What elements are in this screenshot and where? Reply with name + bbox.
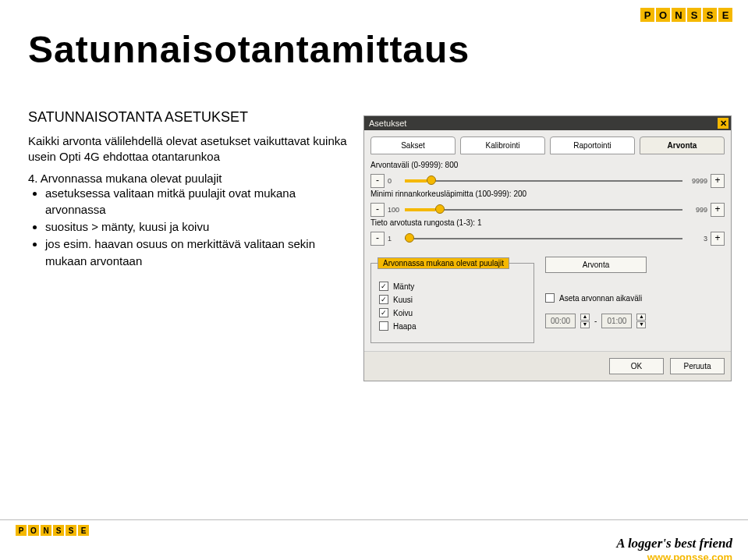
spin-down-icon[interactable]: ▼ (580, 321, 590, 328)
panel-titlebar: Asetukset ✕ (364, 116, 731, 130)
ok-button[interactable]: OK (609, 358, 664, 374)
plus-button[interactable]: + (711, 232, 725, 246)
slider-thumb[interactable] (405, 233, 414, 243)
time-to-field[interactable]: 01:00 (601, 314, 632, 328)
logo-letter: E (78, 525, 89, 536)
bullet: suositus > mänty, kuusi ja koivu (45, 218, 348, 236)
tab-bar: Sakset Kalibrointi Raportointi Arvonta (364, 130, 731, 158)
logo-letter: O (656, 8, 670, 22)
panel-title: Asetukset (369, 119, 406, 128)
page-title: Satunnaisotantamittaus (28, 28, 470, 71)
bullet: asetuksessa valitaan mitkä puulajit ovat… (45, 185, 348, 219)
spin-up-icon[interactable]: ▲ (636, 314, 646, 321)
interval-label: Aseta arvonnan aikaväli (559, 294, 642, 303)
slider-label: Minimi rinnankorkeusläpimitta (100-999):… (370, 190, 725, 198)
ponsse-logo-top: P O N S S E (640, 8, 732, 22)
slider-track[interactable] (405, 232, 682, 246)
arvonta-button[interactable]: Arvonta (545, 257, 647, 273)
species-row-haapa: Haapa (379, 321, 526, 331)
checkbox[interactable] (379, 321, 388, 331)
logo-letter: S (66, 525, 76, 536)
species-row-kuusi: ✓ Kuusi (379, 295, 526, 304)
slider-label: Arvontaväli (0-9999): 800 (370, 161, 725, 169)
logo-letter: P (16, 525, 27, 536)
checkbox[interactable]: ✓ (379, 282, 388, 291)
bullet: jos esim. haavan osuus on merkittävä val… (45, 236, 348, 270)
slider-min: 1 (388, 235, 402, 243)
time-from-field[interactable]: 00:00 (545, 314, 576, 328)
logo-letter: S (53, 525, 64, 536)
logo-letter: S (703, 8, 717, 22)
minus-button[interactable]: - (370, 203, 385, 217)
minus-button[interactable]: - (370, 174, 385, 188)
section-subhead: SATUNNAISOTANTA ASETUKSET (28, 109, 348, 126)
species-label: Koivu (393, 309, 413, 317)
slider-thumb[interactable] (427, 175, 436, 185)
slider-max: 3 (686, 235, 707, 243)
close-icon[interactable]: ✕ (718, 118, 729, 129)
panel-footer: OK Peruuta (364, 351, 731, 381)
logo-letter: N (672, 8, 686, 22)
spin-up-icon[interactable]: ▲ (580, 314, 590, 321)
item4-heading: 4. Arvonnassa mukana olevat puulajit (28, 172, 348, 185)
footer-url: www.ponsse.com (616, 551, 732, 560)
species-label: Haapa (393, 322, 416, 331)
species-label: Mänty (393, 282, 414, 291)
tagline: A logger's best friend (616, 536, 732, 551)
tab-arvonta[interactable]: Arvonta (640, 136, 725, 154)
slider-max: 999 (686, 206, 707, 214)
checkbox[interactable]: ✓ (379, 295, 388, 304)
species-row-manty: ✓ Mänty (379, 282, 526, 291)
group-legend: Arvonnassa mukana olevat puulajit (378, 257, 509, 269)
slide-footer: P O N S S E A logger's best friend www.p… (0, 519, 748, 554)
slider-label: Tieto arvotusta rungosta (1-3): 1 (370, 218, 725, 227)
slider-thumb[interactable] (435, 204, 445, 214)
plus-button[interactable]: + (711, 203, 725, 217)
intro-text: Kaikki arvonta välilehdellä olevat asetu… (28, 133, 348, 165)
logo-letter: E (718, 8, 732, 22)
slider-track[interactable] (405, 203, 682, 217)
slider-arvontavali: - 0 9999 + (370, 174, 725, 188)
logo-letter: N (41, 525, 51, 536)
slider-min: 0 (388, 177, 402, 185)
time-dash: - (594, 317, 597, 325)
logo-letter: O (28, 525, 39, 536)
checkbox-interval[interactable] (545, 293, 555, 303)
species-row-koivu: ✓ Koivu (379, 308, 526, 317)
tab-raportointi[interactable]: Raportointi (550, 136, 635, 154)
slider-min: 100 (388, 206, 402, 214)
plus-button[interactable]: + (711, 174, 725, 188)
checkbox[interactable]: ✓ (379, 308, 388, 317)
slider-max: 9999 (686, 177, 707, 185)
slider-tieto: - 1 3 + (370, 232, 725, 246)
logo-letter: P (640, 8, 654, 22)
slider-minimi: - 100 999 + (370, 203, 725, 217)
tab-sakset[interactable]: Sakset (370, 136, 456, 154)
species-label: Kuusi (393, 296, 413, 304)
tab-kalibrointi[interactable]: Kalibrointi (460, 136, 545, 154)
ponsse-logo-bottom: P O N S S E (16, 525, 732, 536)
minus-button[interactable]: - (370, 232, 385, 246)
logo-letter: S (687, 8, 701, 22)
spin-down-icon[interactable]: ▼ (636, 321, 646, 328)
slider-track[interactable] (405, 174, 682, 188)
species-group: Arvonnassa mukana olevat puulajit ✓ Mänt… (370, 263, 534, 343)
cancel-button[interactable]: Peruuta (670, 358, 725, 374)
settings-panel: Asetukset ✕ Sakset Kalibrointi Raportoin… (363, 115, 732, 381)
